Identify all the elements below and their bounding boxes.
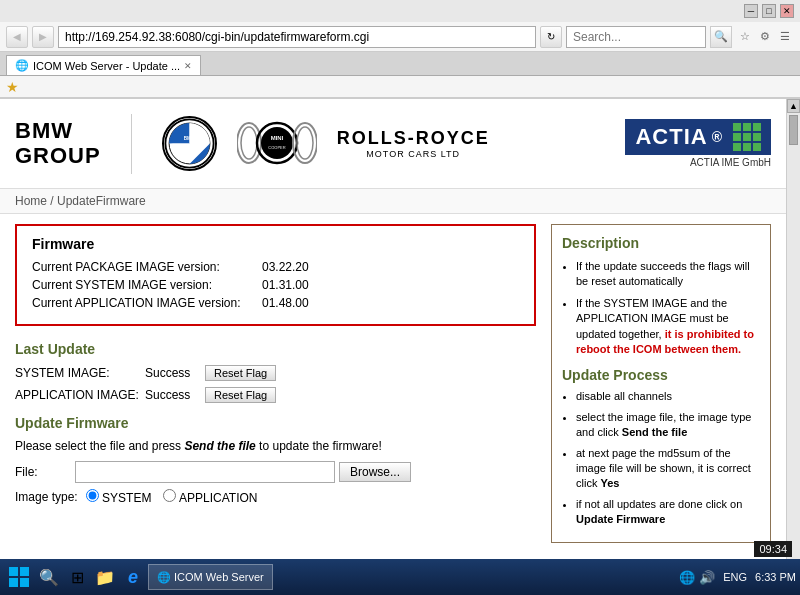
volume-icon: 🔊	[699, 570, 715, 585]
taskbar-browser-item[interactable]: 🌐 ICOM Web Server	[148, 564, 273, 590]
rolls-royce-sub: MOTOR CARS LTD	[366, 149, 460, 159]
settings-icon[interactable]: ☰	[776, 28, 794, 46]
taskbar-browser-label: 🌐 ICOM Web Server	[157, 571, 264, 584]
browser-tab[interactable]: 🌐 ICOM Web Server - Update ... ✕	[6, 55, 201, 75]
firmware-value-1: 03.22.20	[262, 260, 309, 274]
app-update-status: Success	[145, 388, 205, 402]
svg-point-6	[261, 127, 293, 159]
clock-overlay: 09:34	[754, 541, 792, 557]
rolls-royce-name: ROLLS-ROYCE	[337, 128, 490, 149]
file-input-field[interactable]	[75, 461, 335, 483]
process-list: disable all channels select the image fi…	[562, 389, 760, 527]
update-fw-bold: Update Firmware	[576, 513, 665, 525]
address-bar[interactable]	[58, 26, 536, 48]
svg-text:BMW: BMW	[183, 136, 195, 141]
firmware-label-3: Current APPLICATION IMAGE version:	[32, 296, 262, 310]
ie-icon[interactable]: e	[120, 564, 146, 590]
svg-rect-13	[9, 578, 18, 587]
svg-rect-14	[20, 578, 29, 587]
actia-grid	[733, 123, 761, 151]
minimize-button[interactable]: ─	[744, 4, 758, 18]
favorites-bar: ★	[0, 76, 800, 98]
title-bar: ─ □ ✕	[0, 0, 800, 22]
tools-icon[interactable]: ⚙	[756, 28, 774, 46]
prohibited-text: it is prohibited to reboot the ICOM betw…	[576, 328, 754, 355]
tab-icon: 🌐	[15, 59, 29, 72]
firmware-value-3: 01.48.00	[262, 296, 309, 310]
system-reset-flag-button[interactable]: Reset Flag	[205, 365, 276, 381]
taskbar-right: 🌐 🔊 ENG 6:33 PM	[679, 570, 796, 585]
system-radio-text: SYSTEM	[102, 491, 151, 505]
instruction-text: Please select the file and press Send th…	[15, 439, 536, 453]
page-content: BMWGROUP BMW	[0, 99, 800, 574]
star-icon[interactable]: ☆	[736, 28, 754, 46]
mini-logo-svg: MINI COOPER	[237, 116, 317, 171]
breadcrumb-current: UpdateFirmware	[57, 194, 146, 208]
actia-registered: ®	[712, 129, 723, 145]
description-title: Description	[562, 235, 760, 251]
language-indicator[interactable]: ENG	[719, 571, 751, 583]
desc-item-2: If the SYSTEM IMAGE and the APPLICATION …	[576, 296, 760, 358]
task-view-icon[interactable]: ⊞	[64, 564, 90, 590]
svg-text:MINI: MINI	[270, 135, 283, 141]
search-taskbar-icon[interactable]: 🔍	[36, 564, 62, 590]
back-button[interactable]: ◀	[6, 26, 28, 48]
app-update-row: APPLICATION IMAGE: Success Reset Flag	[15, 387, 536, 403]
firmware-label-2: Current SYSTEM IMAGE version:	[32, 278, 262, 292]
firmware-section: Firmware Current PACKAGE IMAGE version: …	[15, 224, 536, 326]
taskbar-time: 6:33 PM	[755, 571, 796, 583]
logo-divider	[131, 114, 132, 174]
start-button[interactable]	[4, 563, 34, 591]
search-input[interactable]	[566, 26, 706, 48]
app-update-label: APPLICATION IMAGE:	[15, 388, 145, 402]
system-radio[interactable]	[86, 489, 99, 502]
actia-text: ACTIA	[635, 124, 707, 150]
update-firmware-title: Update Firmware	[15, 415, 536, 431]
scroll-up-arrow[interactable]: ▲	[787, 99, 800, 113]
maximize-button[interactable]: □	[762, 4, 776, 18]
application-radio[interactable]	[163, 489, 176, 502]
left-column: Firmware Current PACKAGE IMAGE version: …	[15, 224, 536, 543]
breadcrumb-home[interactable]: Home	[15, 194, 47, 208]
search-button[interactable]: 🔍	[710, 26, 732, 48]
actia-subtitle: ACTIA IME GmbH	[690, 157, 771, 168]
desc-item-1-text: If the update succeeds the flags will be…	[576, 260, 750, 287]
scroll-thumb[interactable]	[789, 115, 798, 145]
proc-item-3: at next page the md5sum of the image fil…	[576, 446, 760, 492]
close-button[interactable]: ✕	[780, 4, 794, 18]
firmware-row-1: Current PACKAGE IMAGE version: 03.22.20	[32, 260, 519, 274]
application-radio-label[interactable]: APPLICATION	[163, 489, 257, 505]
nav-icons: ☆ ⚙ ☰	[736, 28, 794, 46]
refresh-button[interactable]: ↻	[540, 26, 562, 48]
system-radio-label[interactable]: SYSTEM	[86, 489, 152, 505]
description-panel: Description If the update succeeds the f…	[551, 224, 771, 543]
forward-button[interactable]: ▶	[32, 26, 54, 48]
app-reset-flag-button[interactable]: Reset Flag	[205, 387, 276, 403]
bmw-logo-svg: BMW	[164, 116, 215, 171]
rolls-royce-logo: ROLLS-ROYCE MOTOR CARS LTD	[337, 128, 490, 159]
svg-point-4	[241, 127, 257, 159]
update-firmware-section: Update Firmware Please select the file a…	[15, 415, 536, 505]
send-file-bold: Send the file	[622, 426, 687, 438]
svg-rect-11	[9, 567, 18, 576]
window-controls: ─ □ ✕	[744, 4, 794, 18]
breadcrumb: Home / UpdateFirmware	[0, 189, 786, 214]
firmware-title: Firmware	[32, 236, 519, 252]
last-update-section: Last Update SYSTEM IMAGE: Success Reset …	[15, 341, 536, 403]
send-the-file-inline: Send the file	[184, 439, 255, 453]
svg-point-10	[297, 127, 313, 159]
bmw-group-text: BMWGROUP	[15, 119, 101, 167]
desc-item-2-text: If the SYSTEM IMAGE and the APPLICATION …	[576, 297, 754, 355]
tab-close-icon[interactable]: ✕	[184, 61, 192, 71]
system-update-status: Success	[145, 366, 205, 380]
application-radio-text: APPLICATION	[179, 491, 257, 505]
favorites-icon[interactable]: ★	[6, 79, 19, 95]
firmware-row-2: Current SYSTEM IMAGE version: 01.31.00	[32, 278, 519, 292]
tab-label: ICOM Web Server - Update ...	[33, 60, 180, 72]
nav-bar: ◀ ▶ ↻ 🔍 ☆ ⚙ ☰	[0, 22, 800, 52]
browse-button[interactable]: Browse...	[339, 462, 411, 482]
description-list: If the update succeeds the flags will be…	[562, 259, 760, 357]
scroll-track	[787, 113, 800, 560]
network-icon: 🌐	[679, 570, 695, 585]
file-explorer-icon[interactable]: 📁	[92, 564, 118, 590]
